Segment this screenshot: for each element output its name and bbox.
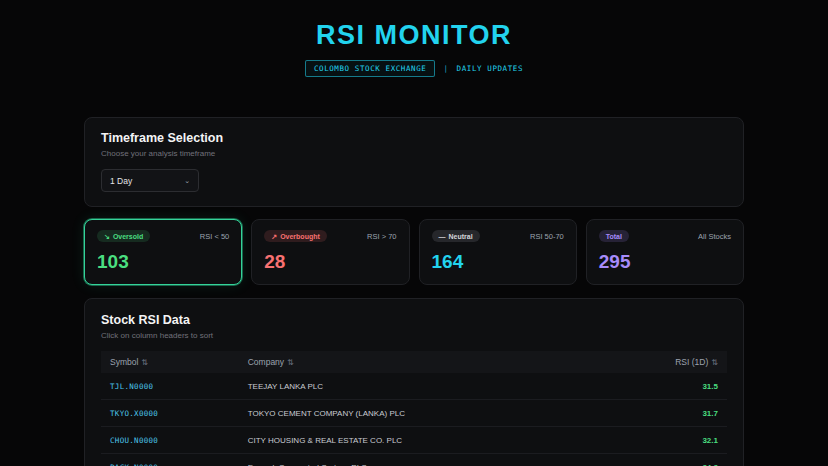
total-badge: Total (599, 230, 629, 242)
symbol-cell: CHOU.N0000 (101, 427, 239, 454)
neutral-badge: — Neutral (432, 230, 480, 242)
stock-rsi-card: Stock RSI Data Click on column headers t… (84, 298, 744, 466)
rsi-cell: 31.5 (614, 373, 727, 400)
symbol-cell: PACK.N0000 (101, 454, 239, 466)
symbol-cell: TKYO.X0000 (101, 400, 239, 427)
total-condition: All Stocks (698, 232, 731, 241)
total-label: Total (606, 233, 622, 240)
overbought-condition: RSI > 70 (367, 232, 396, 241)
timeframe-title: Timeframe Selection (101, 131, 727, 145)
timeframe-card: Timeframe Selection Choose your analysis… (84, 117, 744, 207)
overbought-label: Overbought (280, 233, 320, 240)
table-row: CHOU.N0000 CITY HOUSING & REAL ESTATE CO… (101, 427, 727, 454)
table-row: PACK.N0000 Ex-pack Corrugated Cartons PL… (101, 454, 727, 466)
neutral-count: 164 (432, 251, 564, 273)
header: RSI MONITOR COLOMBO STOCK EXCHANGE | DAI… (84, 0, 744, 77)
daily-updates-label: DAILY UPDATES (457, 64, 524, 73)
header-badges: COLOMBO STOCK EXCHANGE | DAILY UPDATES (84, 60, 744, 77)
stats-row: ↘ Oversold RSI < 50 103 ↗ Overbought RSI… (84, 219, 744, 285)
stat-card-overbought[interactable]: ↗ Overbought RSI > 70 28 (251, 219, 409, 285)
page-title: RSI MONITOR (84, 20, 744, 51)
oversold-condition: RSI < 50 (200, 232, 229, 241)
sort-icon: ⇅ (141, 358, 148, 367)
stat-card-neutral[interactable]: — Neutral RSI 50-70 164 (419, 219, 577, 285)
timeframe-select[interactable]: 1 Day ⌄ (101, 169, 199, 192)
oversold-label: Oversold (113, 233, 143, 240)
company-cell: TOKYO CEMENT COMPANY (LANKA) PLC (239, 400, 615, 427)
column-header-company[interactable]: Company⇅ (239, 351, 615, 373)
trend-up-icon: ↗ (271, 233, 277, 240)
rsi-cell: 31.7 (614, 400, 727, 427)
company-cell: CITY HOUSING & REAL ESTATE CO. PLC (239, 427, 615, 454)
table-header-row: Symbol⇅ Company⇅ RSI (1D)⇅ (101, 351, 727, 373)
table-title: Stock RSI Data (101, 313, 727, 327)
badge-separator: | (443, 64, 448, 73)
stat-card-oversold[interactable]: ↘ Oversold RSI < 50 103 (84, 219, 242, 285)
neutral-condition: RSI 50-70 (530, 232, 564, 241)
column-header-rsi[interactable]: RSI (1D)⇅ (614, 351, 727, 373)
rsi-cell: 34.3 (614, 454, 727, 466)
total-count: 295 (599, 251, 731, 273)
company-cell: TEEJAY LANKA PLC (239, 373, 615, 400)
table-row: TJL.N0000 TEEJAY LANKA PLC 31.5 (101, 373, 727, 400)
neutral-label: Neutral (449, 233, 473, 240)
table-subtitle: Click on column headers to sort (101, 331, 727, 340)
sort-icon: ⇅ (711, 358, 718, 367)
column-header-symbol[interactable]: Symbol⇅ (101, 351, 239, 373)
exchange-badge: COLOMBO STOCK EXCHANGE (305, 60, 436, 77)
company-cell: Ex-pack Corrugated Cartons PLC (239, 454, 615, 466)
sort-icon: ⇅ (287, 358, 294, 367)
stat-card-total[interactable]: Total All Stocks 295 (586, 219, 744, 285)
chevron-down-icon: ⌄ (184, 177, 190, 185)
oversold-badge: ↘ Oversold (97, 230, 150, 242)
main-container: RSI MONITOR COLOMBO STOCK EXCHANGE | DAI… (84, 0, 744, 466)
timeframe-subtitle: Choose your analysis timeframe (101, 149, 727, 158)
overbought-badge: ↗ Overbought (264, 230, 327, 242)
table-row: TKYO.X0000 TOKYO CEMENT COMPANY (LANKA) … (101, 400, 727, 427)
overbought-count: 28 (264, 251, 396, 273)
symbol-cell: TJL.N0000 (101, 373, 239, 400)
oversold-count: 103 (97, 251, 229, 273)
timeframe-selected-value: 1 Day (110, 176, 132, 186)
trend-down-icon: ↘ (104, 233, 110, 240)
rsi-cell: 32.1 (614, 427, 727, 454)
stock-rsi-table: Symbol⇅ Company⇅ RSI (1D)⇅ TJL.N0000 TEE… (101, 351, 727, 466)
dash-icon: — (439, 233, 446, 240)
